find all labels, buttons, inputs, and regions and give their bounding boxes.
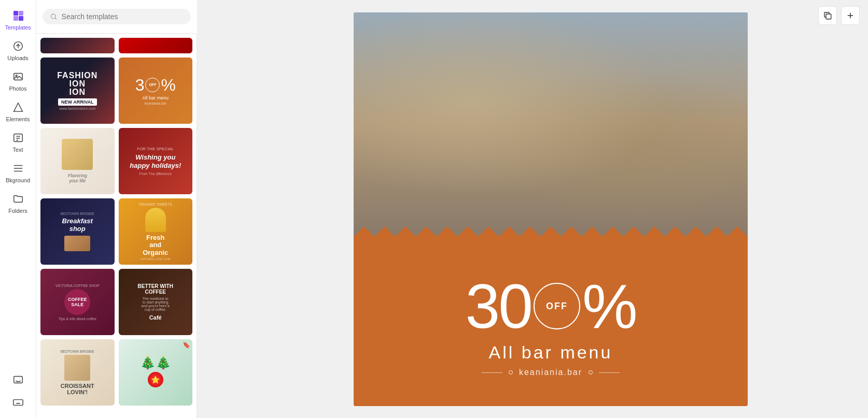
svg-rect-36: [431, 40, 441, 50]
text-icon: [11, 131, 25, 145]
svg-point-49: [706, 79, 727, 100]
template-card-better-coffee[interactable]: BETTER WITHCOFFEE The medicine toto star…: [119, 269, 193, 335]
template-card-croissant[interactable]: BEDTOWN BRISBIE CROISSANTLOVIN'!: [40, 339, 115, 406]
emoji-icon: [11, 372, 25, 387]
svg-point-6: [16, 75, 17, 77]
svg-rect-2: [13, 16, 18, 21]
svg-point-51: [504, 69, 514, 79]
template-card-coffee[interactable]: VICTORIA COFFEE SHOP COFFEESALE Tips & i…: [40, 269, 115, 335]
svg-rect-17: [13, 400, 22, 406]
search-container: [43, 9, 191, 24]
sidebar-item-uploads[interactable]: Uploads: [0, 35, 36, 65]
template-row-3: BEDTOWN BRISBIE Breakfastshop ORGANIC SW…: [40, 198, 192, 265]
zigzag-svg: [354, 226, 748, 237]
template-row-4: VICTORIA COFFEE SHOP COFFEESALE Tips & i…: [40, 269, 192, 335]
canvas-area: 30 OFF % All bar menu keaniania.bar: [233, 0, 868, 418]
preview-photo: [354, 12, 748, 237]
template-card-fashion[interactable]: FASHIONIONION NEW ARRIVAL www.fashionsto…: [40, 57, 115, 124]
elements-icon: [11, 100, 25, 114]
sidebar-label-folders: Folders: [8, 208, 27, 214]
svg-rect-34: [613, 24, 623, 36]
svg-point-43: [558, 120, 594, 204]
preview-dot-left: [509, 370, 513, 374]
svg-point-47: [670, 119, 701, 199]
svg-rect-35: [684, 20, 692, 26]
svg-rect-0: [13, 11, 18, 16]
preview-dot-right: [589, 370, 593, 374]
svg-point-41: [505, 117, 535, 196]
svg-rect-38: [561, 22, 569, 28]
zigzag-divider: [354, 236, 748, 247]
preview-line-left: [482, 372, 502, 373]
uploads-icon: [11, 39, 25, 53]
sidebar-item-elements[interactable]: Elements: [0, 96, 36, 126]
template-card-christmas[interactable]: 🔖 🎄🎄 ⭐: [119, 339, 193, 406]
background-icon: [11, 161, 25, 176]
preview-number: 30: [465, 275, 531, 337]
template-row-partial: [40, 38, 192, 53]
template-card-red-partial[interactable]: [119, 38, 193, 53]
svg-point-45: [616, 114, 651, 189]
svg-point-50: [633, 47, 645, 60]
duplicate-button[interactable]: [818, 6, 837, 25]
template-card-food[interactable]: Flavoringyour life: [40, 128, 115, 194]
preview-url-row: keaniania.bar: [482, 368, 620, 377]
template-panel: FASHIONIONION NEW ARRIVAL www.fashionsto…: [36, 34, 197, 418]
svg-rect-37: [661, 38, 668, 49]
template-card-organic[interactable]: ORGANIC SWEETS FreshandOrganic NATURAL L…: [119, 198, 193, 265]
svg-point-23: [51, 14, 55, 19]
sidebar-label-photos: Photos: [9, 85, 26, 92]
preview-line-right: [599, 372, 620, 373]
photos-icon: [11, 69, 25, 84]
svg-point-39: [434, 124, 481, 210]
add-page-button[interactable]: [841, 6, 860, 25]
svg-rect-14: [13, 377, 22, 383]
preview-subtitle: All bar menu: [489, 342, 613, 363]
svg-line-24: [55, 18, 57, 20]
template-row-1: FASHIONIONION NEW ARRIVAL www.fashionsto…: [40, 57, 192, 124]
canvas-toolbar: [818, 6, 860, 25]
svg-rect-27: [826, 14, 831, 19]
panel-collapse-handle[interactable]: [197, 217, 197, 235]
template-row-2: Flavoringyour life FOR THE SPECIAL Wishi…: [40, 128, 192, 194]
preview-canvas: 30 OFF % All bar menu keaniania.bar: [354, 12, 748, 406]
preview-off-badge: OFF: [534, 283, 580, 329]
sidebar-label-text: Text: [12, 147, 23, 153]
svg-rect-31: [400, 22, 409, 33]
folders-icon: [11, 192, 25, 206]
template-card-bar30[interactable]: 3 OFF % All bar menu keaniania.bar: [119, 57, 193, 124]
template-card-breakfast[interactable]: BEDTOWN BRISBIE Breakfastshop: [40, 198, 115, 265]
preview-url-text: keaniania.bar: [519, 368, 582, 377]
preview-photo-svg: [354, 12, 748, 237]
template-row-5: BEDTOWN BRISBIE CROISSANTLOVIN'! 🔖 🎄🎄 ⭐: [40, 339, 192, 406]
svg-rect-33: [528, 17, 538, 26]
svg-rect-1: [19, 11, 23, 16]
sidebar-item-background[interactable]: Bkground: [0, 157, 36, 188]
sidebar-item-keyboard[interactable]: [0, 391, 36, 414]
preview-discount-text: 30 OFF %: [465, 275, 636, 337]
svg-rect-30: [354, 12, 748, 237]
sidebar-label-background: Bkground: [6, 177, 30, 183]
sidebar-item-emoji[interactable]: [0, 368, 36, 391]
svg-rect-5: [13, 74, 22, 80]
sidebar-label-uploads: Uploads: [7, 55, 28, 61]
sidebar-item-text[interactable]: Text: [0, 126, 36, 157]
svg-marker-52: [354, 226, 748, 237]
sidebar-label-elements: Elements: [6, 116, 30, 122]
search-input[interactable]: [62, 12, 184, 21]
sidebar: Templates Uploads Photos Element: [0, 0, 36, 418]
svg-rect-3: [19, 16, 23, 21]
topbar: [36, 0, 197, 34]
svg-rect-32: [457, 32, 463, 40]
template-card-fashion-partial[interactable]: [40, 38, 115, 53]
sidebar-item-folders[interactable]: Folders: [0, 188, 36, 218]
preview-bottom: 30 OFF % All bar menu keaniania.bar: [354, 247, 748, 406]
sidebar-item-templates[interactable]: Templates: [0, 4, 36, 35]
sidebar-item-photos[interactable]: Photos: [0, 65, 36, 96]
search-icon: [50, 12, 58, 21]
preview-percent: %: [582, 275, 636, 337]
preview-image: [354, 12, 748, 237]
sidebar-label-templates: Templates: [5, 24, 31, 31]
template-card-holiday[interactable]: FOR THE SPECIAL Wishing youhappy holiday…: [119, 128, 193, 194]
svg-point-48: [387, 108, 403, 123]
